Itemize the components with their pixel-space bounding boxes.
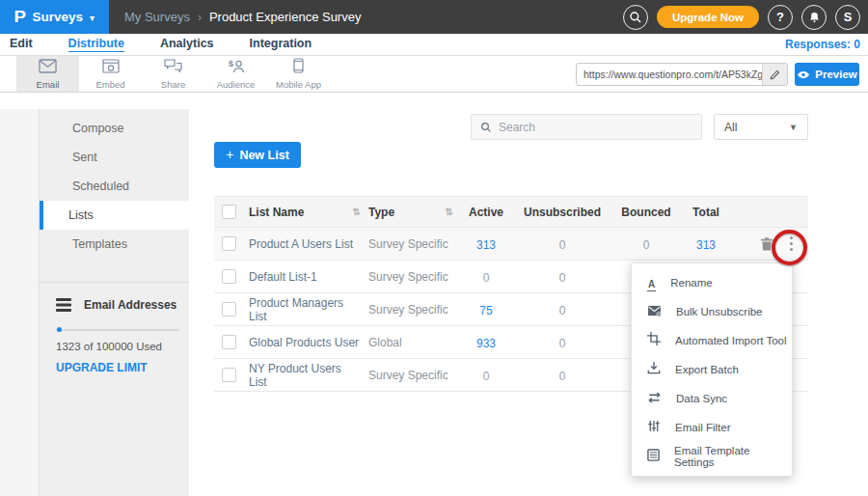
active-count[interactable]: 75 (479, 304, 492, 317)
email-filter-icon (647, 419, 661, 436)
chevron-down-icon: ▾ (90, 13, 95, 23)
row-menu-button[interactable] (786, 234, 797, 253)
preview-button[interactable]: Preview (795, 63, 859, 86)
svg-text:$: $ (229, 59, 233, 69)
plus-icon: + (226, 147, 233, 162)
product-menu[interactable]: P Surveys ▾ (0, 0, 109, 34)
breadcrumb-current-survey: Product Experience Survey (209, 10, 362, 24)
new-list-label: New List (239, 149, 288, 162)
email-addresses-title: Email Addresses (84, 298, 176, 312)
unsubscribed-count: 0 (559, 337, 566, 350)
context-menu-automated-import-tool[interactable]: Automated Import Tool (632, 326, 792, 355)
column-bounced: Bounced (613, 206, 679, 219)
nav-tab-edit[interactable]: Edit (10, 37, 33, 52)
total-count[interactable]: 313 (696, 238, 716, 252)
sidebar-item-lists[interactable]: Lists (40, 201, 189, 230)
row-checkbox[interactable] (222, 302, 236, 317)
sort-icon[interactable]: ⇅ (353, 207, 361, 217)
select-all-checkbox[interactable] (222, 205, 236, 219)
context-menu-data-sync[interactable]: Data Sync (632, 384, 792, 413)
search-icon (629, 11, 642, 24)
sidebar-item-scheduled[interactable]: Scheduled (40, 172, 189, 201)
edit-url-button[interactable] (762, 64, 787, 85)
nav-tab-distribute[interactable]: Distribute (68, 37, 124, 52)
notifications-button[interactable] (801, 5, 827, 30)
questionpro-app: P Surveys ▾ My Surveys › Product Experie… (0, 0, 868, 496)
sidebar-item-sent[interactable]: Sent (40, 143, 189, 172)
nav-tab-analytics[interactable]: Analytics (160, 37, 214, 52)
list-filter-dropdown[interactable]: All ▼ (714, 114, 808, 140)
list-search-box (471, 114, 702, 140)
list-name-link[interactable]: Default List-1 (249, 270, 317, 284)
breadcrumb: My Surveys › Product Experience Survey (124, 10, 361, 24)
header-actions: Upgrade Now ? S (623, 0, 860, 34)
row-context-menu: A Rename Bulk Unsubscribe Automated Impo… (631, 262, 793, 477)
share-icon (164, 59, 182, 77)
chevron-down-icon: ▼ (789, 123, 798, 132)
toolbar-tab-email[interactable]: Email (16, 56, 79, 92)
toolbar-tab-embed[interactable]: Embed (79, 56, 142, 92)
column-unsubscribed: Unsubscribed (511, 206, 613, 219)
row-checkbox[interactable] (222, 368, 236, 382)
toolbar-tab-mobile-app[interactable]: Mobile App (267, 56, 330, 92)
help-button[interactable]: ? (768, 5, 793, 30)
list-name-link[interactable]: NY Product Users List (249, 362, 361, 389)
automated-import-icon (647, 332, 661, 349)
upgrade-now-button[interactable]: Upgrade Now (657, 6, 759, 28)
sidebar-item-compose[interactable]: Compose (40, 114, 189, 143)
active-count[interactable]: 0 (483, 370, 490, 383)
email-template-settings-icon (647, 448, 660, 465)
search-input[interactable] (499, 121, 672, 134)
row-checkbox[interactable] (222, 335, 236, 349)
list-type: Survey Specific (368, 303, 448, 317)
context-menu-email-template-settings[interactable]: Email Template Settings (632, 442, 792, 471)
toolbar-tab-share[interactable]: Share (142, 56, 204, 92)
breadcrumb-my-surveys[interactable]: My Surveys (124, 10, 190, 24)
list-name-link[interactable]: Product Managers List (249, 296, 361, 323)
list-type: Survey Specific (368, 237, 448, 251)
survey-url[interactable]: https://www.questionpro.com/t/AP53kZgfo (577, 69, 762, 80)
breadcrumb-separator: › (198, 11, 202, 24)
context-menu-email-filter[interactable]: Email Filter (632, 413, 792, 442)
list-name-link[interactable]: Product A Users List (249, 237, 353, 251)
unsubscribed-count: 0 (559, 370, 566, 383)
survey-nav: EditDistributeAnalyticsIntegration Respo… (0, 34, 868, 56)
list-type: Survey Specific (368, 369, 448, 382)
bulk-unsubscribe-icon (647, 303, 662, 320)
column-type: Type (368, 206, 394, 219)
avatar[interactable]: S (835, 5, 860, 30)
responses-count[interactable]: Responses: 0 (785, 38, 860, 51)
data-sync-icon (647, 390, 662, 407)
active-count[interactable]: 933 (476, 337, 496, 350)
search-button[interactable] (623, 5, 648, 30)
table-header: List Name ⇅ Type ⇅ Active Unsubscribed B… (214, 196, 808, 228)
email-usage-text: 1323 of 100000 Used (56, 341, 189, 352)
nav-tab-integration[interactable]: Integration (250, 37, 312, 52)
eye-icon (797, 70, 810, 79)
sort-icon[interactable]: ⇅ (446, 207, 453, 217)
unsubscribed-count: 0 (559, 238, 566, 252)
context-menu-bulk-unsubscribe[interactable]: Bulk Unsubscribe (632, 297, 792, 326)
sidebar-item-templates[interactable]: Templates (40, 230, 189, 259)
bounced-count: 0 (643, 238, 650, 252)
sidebar-wrap: ComposeSentScheduledListsTemplates Email… (0, 109, 189, 496)
search-icon (480, 122, 492, 133)
new-list-button[interactable]: + New List (214, 142, 301, 168)
toolbar-tab-audience[interactable]: $Audience (204, 56, 267, 92)
email-usage-progress (56, 329, 179, 331)
list-name-link[interactable]: Global Products User (249, 336, 359, 349)
product-menu-label: Surveys (32, 10, 83, 24)
active-count[interactable]: 0 (483, 271, 490, 285)
active-count[interactable]: 313 (476, 238, 496, 252)
progress-indicator (57, 327, 62, 332)
email-addresses-block: Email Addresses 1323 of 100000 Used UPGR… (40, 283, 189, 374)
row-checkbox[interactable] (222, 236, 236, 251)
upgrade-limit-link[interactable]: UPGRADE LIMIT (56, 361, 189, 374)
context-menu-export-batch[interactable]: Export Batch (632, 355, 792, 384)
trash-icon (760, 236, 773, 251)
delete-list-button[interactable] (760, 236, 773, 251)
context-menu-rename[interactable]: A Rename (632, 268, 792, 297)
row-checkbox[interactable] (222, 269, 236, 284)
list-stack-icon (56, 298, 71, 312)
column-active: Active (461, 206, 511, 219)
